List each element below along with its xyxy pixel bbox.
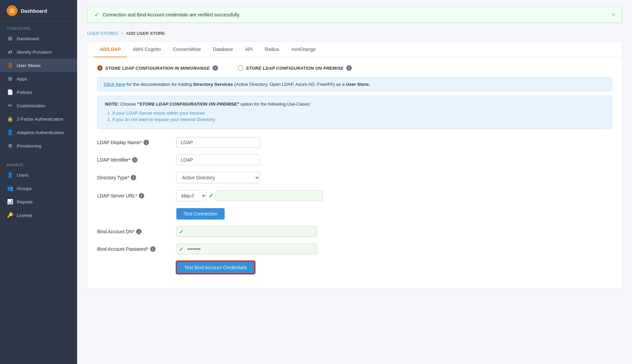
provisioning-icon: ⚙ bbox=[7, 142, 13, 149]
tab-aws-cognito[interactable]: AWS Cognito bbox=[127, 42, 167, 57]
sidebar-item-license[interactable]: 🔑 License bbox=[0, 208, 77, 222]
ldap-display-name-info-icon: i bbox=[143, 140, 149, 145]
bind-account-password-check-icon: ✓ bbox=[179, 246, 183, 252]
bind-account-dn-label: Bind Account DN* i bbox=[97, 229, 171, 234]
sidebar-item-reports[interactable]: 📊 Reports bbox=[0, 195, 77, 208]
ldap-protocol-select[interactable]: ldap:// ldaps:// bbox=[176, 190, 207, 201]
configure-label: Configure bbox=[0, 22, 77, 32]
sidebar-item-label: Adaptive Authentication bbox=[17, 130, 64, 135]
tab-adldap[interactable]: AD/LDAP bbox=[94, 42, 127, 57]
test-bind-credentials-button[interactable]: Test Bind Account Credentials bbox=[176, 261, 255, 274]
sidebar-item-label: Provisioning bbox=[17, 143, 42, 148]
ldap-server-url-info-icon: i bbox=[139, 193, 144, 198]
sidebar-item-dashboard[interactable]: ⊞ Dashboard bbox=[0, 32, 77, 45]
tab-database[interactable]: Database bbox=[207, 42, 239, 57]
bind-account-dn-wrap: ✓ bbox=[176, 226, 317, 237]
apps-icon: ⊞ bbox=[7, 75, 13, 82]
sidebar-item-label: Apps bbox=[17, 76, 27, 81]
sidebar-item-customization[interactable]: ✏ Customization bbox=[0, 99, 77, 112]
breadcrumb-link[interactable]: USER STORES bbox=[87, 31, 118, 36]
radio-option-miniorange[interactable]: STORE LDAP CONFIGURATION IN MINIORANGE i bbox=[97, 65, 218, 71]
bind-account-dn-row: Bind Account DN* i ✓ bbox=[97, 226, 612, 237]
bind-account-dn-input[interactable] bbox=[176, 226, 317, 237]
close-banner-button[interactable]: × bbox=[612, 12, 615, 18]
radio-miniorange-label: STORE LDAP CONFIGURATION IN MINIORANGE bbox=[105, 66, 210, 71]
radio-miniorange-input[interactable] bbox=[97, 65, 103, 71]
tab-radius[interactable]: Radius bbox=[259, 42, 286, 57]
sidebar-item-label: Customization bbox=[17, 103, 46, 108]
bind-account-password-label-text: Bind Account Password* bbox=[97, 246, 149, 252]
directory-type-label: Directory Type* i bbox=[97, 175, 171, 180]
radio-premise-input[interactable] bbox=[238, 65, 243, 71]
sidebar-item-label: Dashboard bbox=[17, 36, 39, 41]
radio-option-premise[interactable]: STORE LDAP CONFIGURATION ON PREMISE i bbox=[238, 65, 352, 71]
directory-type-select[interactable]: Active Directory OpenLDAP Azure AD FreeI… bbox=[176, 172, 260, 183]
tab-connectwise[interactable]: ConnectWise bbox=[167, 42, 207, 57]
ldap-url-row: ldap:// ldaps:// ✓ bbox=[176, 190, 323, 201]
sidebar-item-label: Users bbox=[17, 173, 28, 178]
bind-account-password-wrap: ✓ bbox=[176, 244, 317, 254]
logo-icon: ⊞ bbox=[7, 5, 17, 16]
sidebar-item-provisioning[interactable]: ⚙ Provisioning bbox=[0, 139, 77, 153]
tab-api[interactable]: API bbox=[239, 42, 259, 57]
directory-type-label-text: Directory Type* bbox=[97, 175, 129, 180]
bind-account-dn-check-icon: ✓ bbox=[179, 229, 183, 235]
ldap-identifier-input[interactable] bbox=[176, 155, 260, 165]
policies-icon: 📄 bbox=[7, 89, 13, 96]
ldap-server-url-label-text: LDAP Server URL* bbox=[97, 193, 137, 198]
breadcrumb-separator: / bbox=[122, 31, 123, 36]
success-banner: ✓ Connection and Bind Account credential… bbox=[87, 7, 622, 23]
sidebar-item-label: Groups bbox=[17, 186, 32, 191]
note-box: NOTE: Choose "STORE LDAP CONFIGURATION O… bbox=[97, 96, 612, 129]
sidebar-item-label: User Stores bbox=[17, 63, 41, 68]
note-after: option for the following Use-Cases: bbox=[240, 102, 310, 107]
info-box-text2: (Active Directory, Open LDAP, Azure AD, … bbox=[233, 82, 346, 87]
success-icon: ✓ bbox=[94, 11, 99, 18]
sidebar-item-identity-providers[interactable]: ⇄ Identity Providers bbox=[0, 45, 77, 59]
sidebar-item-user-stores[interactable]: 🗄 User Stores bbox=[0, 59, 77, 72]
radio-group: STORE LDAP CONFIGURATION IN MINIORANGE i… bbox=[97, 65, 612, 71]
test-connection-row: Test Connection bbox=[176, 208, 612, 220]
note-item-2: If you do not want to expose your Intern… bbox=[112, 117, 604, 122]
sidebar-item-2fa[interactable]: 🔒 2-Factor Authentication bbox=[0, 112, 77, 126]
note-item-1: If your LDAP Server exists within your i… bbox=[112, 111, 604, 116]
user-stores-icon: 🗄 bbox=[7, 62, 13, 69]
ldap-identifier-row: LDAP Identifier* i bbox=[97, 155, 612, 165]
sidebar-item-label: License bbox=[17, 213, 33, 218]
info-box-text1: for the documentation for Adding bbox=[125, 82, 193, 87]
ldap-server-check-icon: ✓ bbox=[209, 192, 214, 199]
bind-account-password-input[interactable] bbox=[176, 244, 317, 254]
ldap-display-name-label-text: LDAP Display Name* bbox=[97, 140, 142, 145]
test-bind-row: Test Bind Account Credentials bbox=[176, 261, 612, 274]
form-content: STORE LDAP CONFIGURATION IN MINIORANGE i… bbox=[87, 57, 622, 289]
customization-icon: ✏ bbox=[7, 102, 13, 109]
info-box-link[interactable]: Click here bbox=[104, 82, 125, 87]
ldap-display-name-input[interactable] bbox=[176, 137, 260, 148]
sidebar-item-policies[interactable]: 📄 Policies bbox=[0, 85, 77, 99]
ldap-server-input[interactable] bbox=[216, 190, 323, 201]
sidebar-logo: ⊞ Dashboard bbox=[0, 0, 77, 22]
sidebar-item-users[interactable]: 👤 Users bbox=[0, 168, 77, 182]
note-intro: Choose bbox=[120, 102, 137, 107]
sidebar-item-groups[interactable]: 👥 Groups bbox=[0, 182, 77, 195]
note-list: If your LDAP Server exists within your i… bbox=[105, 111, 604, 122]
ldap-identifier-info-icon: i bbox=[132, 157, 137, 163]
radio-premise-label: STORE LDAP CONFIGURATION ON PREMISE bbox=[246, 66, 344, 71]
tab-miniorange[interactable]: miniOrange bbox=[285, 42, 322, 57]
logo-text: Dashboard bbox=[21, 8, 47, 14]
identity-providers-icon: ⇄ bbox=[7, 49, 13, 55]
main-content: ✓ Connection and Bind Account credential… bbox=[77, 0, 632, 364]
sidebar-item-adaptive-auth[interactable]: 👤 Adaptive Authentication bbox=[0, 126, 77, 139]
tabs-container: AD/LDAP AWS Cognito ConnectWise Database… bbox=[87, 42, 622, 57]
sidebar-item-label: Identity Providers bbox=[17, 50, 52, 55]
bind-account-dn-info-icon: i bbox=[136, 229, 141, 234]
sidebar-item-apps[interactable]: ⊞ Apps bbox=[0, 72, 77, 85]
bind-account-password-row: Bind Account Password* i ✓ bbox=[97, 244, 612, 254]
test-connection-button[interactable]: Test Connection bbox=[176, 208, 225, 220]
adaptive-auth-icon: 👤 bbox=[7, 129, 13, 136]
bind-account-dn-label-text: Bind Account DN* bbox=[97, 229, 134, 234]
bind-account-password-info-icon: i bbox=[150, 246, 156, 252]
sidebar-item-label: Policies bbox=[17, 90, 33, 95]
note-highlight: "STORE LDAP CONFIGURATION ON PREMISE" bbox=[137, 102, 239, 107]
users-icon: 👤 bbox=[7, 172, 13, 178]
